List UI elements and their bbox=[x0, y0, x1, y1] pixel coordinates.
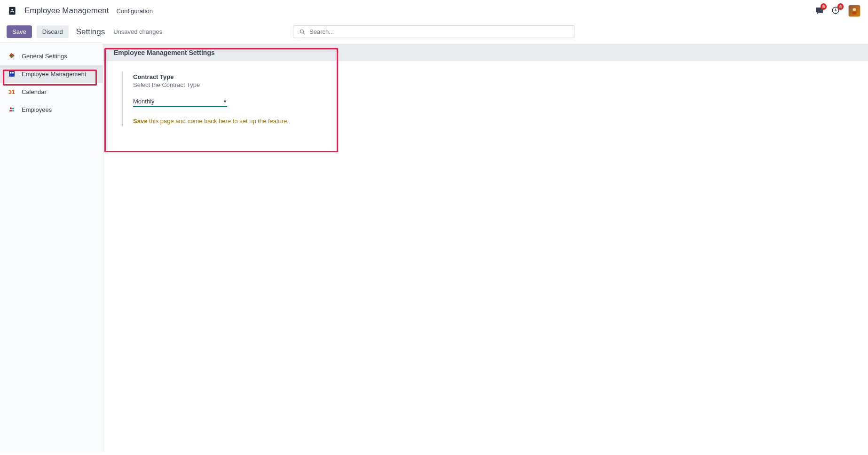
app-icon[interactable] bbox=[8, 6, 17, 16]
save-hint: Save this page and come back here to set… bbox=[133, 118, 320, 125]
search-icon bbox=[299, 29, 306, 35]
svg-point-10 bbox=[10, 107, 12, 109]
top-navbar: Employee Management Configuration 5 6 bbox=[0, 0, 868, 22]
sidebar-item-label: Calendar bbox=[22, 88, 47, 95]
svg-rect-7 bbox=[9, 71, 15, 77]
svg-rect-8 bbox=[10, 72, 11, 73]
svg-point-11 bbox=[12, 108, 14, 109]
select-value: Monthly bbox=[133, 98, 155, 105]
navbar-left: Employee Management Configuration bbox=[8, 6, 153, 16]
save-hint-text: this page and come back here to set up t… bbox=[147, 118, 289, 125]
sidebar-item-employee-management[interactable]: Employee Management bbox=[0, 65, 103, 83]
svg-rect-4 bbox=[852, 12, 856, 15]
sidebar-item-label: General Settings bbox=[22, 53, 67, 60]
sidebar-item-general[interactable]: General Settings bbox=[0, 47, 103, 65]
svg-point-5 bbox=[300, 30, 303, 33]
settings-body: Contract Type Select the Contract Type M… bbox=[103, 61, 868, 137]
section-header: Employee Management Settings bbox=[103, 44, 868, 61]
setting-title: Contract Type bbox=[133, 73, 320, 80]
action-bar: Save Discard Settings Unsaved changes bbox=[0, 22, 868, 44]
svg-point-3 bbox=[853, 8, 856, 11]
settings-sidebar: General Settings Employee Management 31 … bbox=[0, 44, 103, 452]
setting-description: Select the Contract Type bbox=[133, 81, 320, 88]
navbar-right: 5 6 bbox=[814, 5, 860, 17]
main-panel: Employee Management Settings Contract Ty… bbox=[103, 44, 868, 452]
view-title: Settings bbox=[76, 27, 105, 37]
svg-point-6 bbox=[11, 55, 13, 57]
activities-badge: 6 bbox=[837, 3, 844, 10]
calendar-icon: 31 bbox=[8, 87, 16, 96]
sidebar-item-employees[interactable]: Employees bbox=[0, 101, 103, 118]
nav-configuration[interactable]: Configuration bbox=[117, 8, 153, 15]
sidebar-item-calendar[interactable]: 31 Calendar bbox=[0, 83, 103, 101]
svg-rect-0 bbox=[9, 7, 15, 15]
messages-badge: 5 bbox=[821, 3, 827, 10]
unsaved-status: Unsaved changes bbox=[113, 28, 162, 35]
save-hint-link[interactable]: Save bbox=[133, 118, 147, 125]
search-wrap bbox=[293, 25, 575, 38]
messages-icon[interactable]: 5 bbox=[814, 6, 823, 16]
employees-icon bbox=[8, 105, 16, 114]
contract-type-select[interactable]: Monthly ▼ bbox=[133, 97, 227, 107]
search-input[interactable] bbox=[309, 28, 569, 35]
gear-icon bbox=[8, 52, 16, 60]
content: General Settings Employee Management 31 … bbox=[0, 44, 868, 452]
sidebar-item-label: Employee Management bbox=[22, 71, 86, 78]
employee-mgmt-icon bbox=[8, 70, 16, 78]
user-avatar[interactable] bbox=[848, 5, 860, 17]
chevron-down-icon: ▼ bbox=[223, 99, 227, 104]
discard-button[interactable]: Discard bbox=[37, 25, 69, 38]
app-title[interactable]: Employee Management bbox=[24, 6, 109, 16]
svg-rect-9 bbox=[12, 72, 14, 73]
contract-type-setting: Contract Type Select the Contract Type M… bbox=[122, 71, 320, 126]
save-button[interactable]: Save bbox=[7, 25, 32, 38]
activities-icon[interactable]: 6 bbox=[831, 6, 840, 16]
search-box[interactable] bbox=[293, 25, 575, 38]
sidebar-item-label: Employees bbox=[22, 106, 52, 113]
svg-point-1 bbox=[11, 9, 13, 11]
